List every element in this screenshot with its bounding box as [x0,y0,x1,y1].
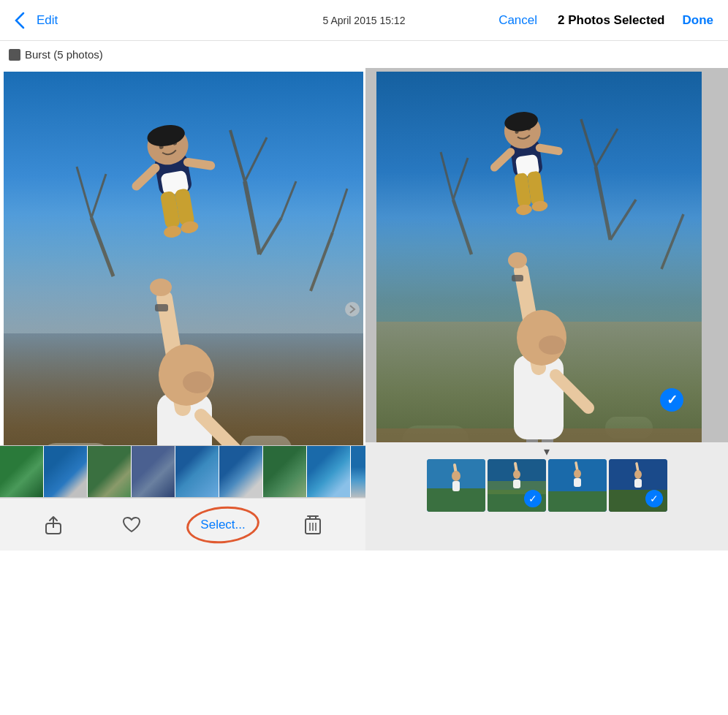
favorite-button[interactable] [121,515,142,534]
svg-point-20 [150,279,172,296]
svg-line-4 [281,181,296,218]
svg-rect-74 [427,488,485,512]
svg-point-92 [634,470,642,479]
down-arrow-row: ▾ [365,442,728,457]
cancel-button[interactable]: Cancel [490,13,546,28]
photo-date: 5 April 2015 15:12 [323,15,406,26]
trash-icon [304,515,322,535]
svg-line-29 [188,159,211,170]
svg-line-68 [539,145,558,154]
thumbnail-7[interactable] [263,446,307,498]
svg-rect-93 [634,479,642,488]
svg-line-28 [134,168,158,186]
right-thumb-3[interactable] [548,459,607,512]
burst-text: Burst (5 photos) [25,48,103,61]
svg-line-45 [610,200,636,240]
svg-point-19 [183,371,212,393]
svg-line-5 [91,218,113,276]
svg-point-87 [574,469,581,478]
burst-icon [9,49,20,61]
svg-line-49 [661,214,683,269]
svg-line-3 [259,218,281,254]
svg-line-42 [596,167,610,240]
svg-line-2 [245,137,267,181]
svg-point-58 [539,336,565,355]
right-thumb-4[interactable]: ✓ [609,459,667,512]
selection-title: 2 Photos Selected [546,13,676,28]
svg-rect-88 [574,478,581,487]
svg-point-26 [163,224,182,239]
heart-icon [121,515,142,534]
right-bottom-panel: ▾ [365,442,728,551]
svg-point-65 [515,204,533,216]
select-button-wrap: Select... [200,518,245,532]
svg-line-44 [596,129,618,167]
thumbnail-4[interactable] [132,446,175,498]
right-thumb-check-4[interactable]: ✓ [645,490,663,507]
edit-button[interactable]: Edit [37,13,58,28]
main-photo-right[interactable]: ✓ [376,72,702,488]
svg-line-46 [453,200,471,254]
svg-line-0 [245,181,259,254]
thumbnail-9[interactable] [351,446,365,498]
nav-right-section: Cancel 2 Photos Selected Done [490,13,719,28]
burst-label: Burst (5 photos) [0,41,728,68]
done-button[interactable]: Done [677,13,720,28]
svg-line-47 [441,152,453,200]
svg-line-6 [77,167,91,218]
thumbnail-3[interactable] [88,446,132,498]
svg-line-48 [453,158,468,200]
svg-point-59 [508,252,527,268]
svg-line-1 [230,130,245,181]
svg-rect-83 [513,480,520,488]
selection-checkmark[interactable]: ✓ [660,388,683,412]
svg-line-7 [91,174,106,218]
left-panel: Select... [0,68,365,551]
bottom-toolbar-left: Select... [0,445,365,551]
down-arrow-icon: ▾ [544,444,550,458]
right-thumbnail-strip: ✓ [365,457,728,514]
delete-button[interactable] [304,515,322,535]
svg-point-82 [513,470,520,479]
thumbnail-1[interactable] [0,446,44,498]
share-button[interactable] [44,515,63,534]
thumbnail-5[interactable] [175,446,219,498]
navigation-bar: Edit 5 April 2015 15:12 Cancel 2 Photos … [0,0,728,41]
photo-scene-right [376,72,702,488]
right-thumb-1[interactable] [427,459,485,512]
svg-line-9 [333,189,347,232]
select-button[interactable]: Select... [200,518,245,532]
main-content: Select... [0,68,728,551]
next-photo-indicator[interactable] [345,302,360,317]
right-thumb-check-2[interactable]: ✓ [524,490,542,507]
back-button[interactable] [9,9,31,32]
thumbnail-8[interactable] [307,446,351,498]
share-icon [44,515,63,534]
svg-rect-85 [548,491,607,512]
thumbnail-6[interactable] [219,446,263,498]
right-thumb-2[interactable]: ✓ [488,459,546,512]
thumbnail-2[interactable] [44,446,88,498]
svg-rect-77 [452,481,460,491]
right-thumb-scene-3 [548,459,607,512]
svg-line-43 [581,119,596,167]
right-thumb-scene-1 [427,459,485,512]
svg-rect-60 [512,275,523,281]
thumbnail-strip [0,445,365,498]
svg-line-8 [311,232,333,291]
right-panel: ✓ ▾ [365,68,728,551]
action-toolbar: Select... [0,498,365,551]
svg-line-67 [493,152,512,167]
svg-rect-21 [155,304,168,311]
svg-point-76 [452,471,460,481]
